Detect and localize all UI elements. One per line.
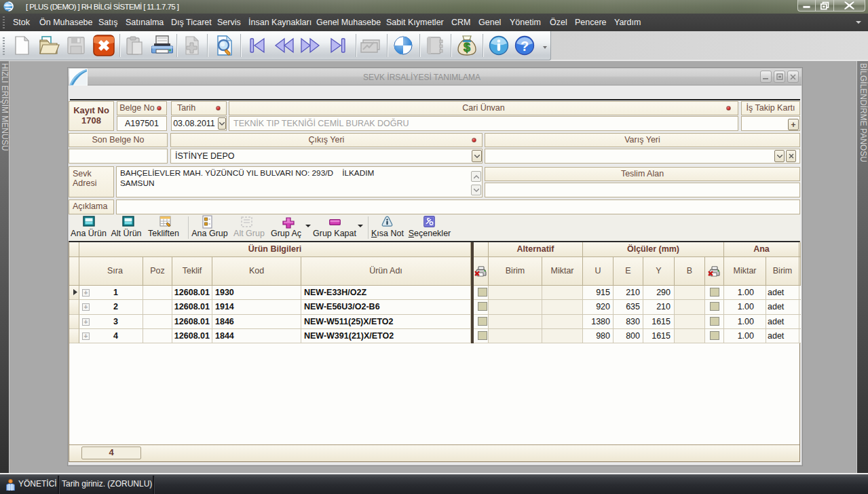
svg-text:?: ? xyxy=(521,39,529,54)
svg-text:$: $ xyxy=(464,41,470,54)
